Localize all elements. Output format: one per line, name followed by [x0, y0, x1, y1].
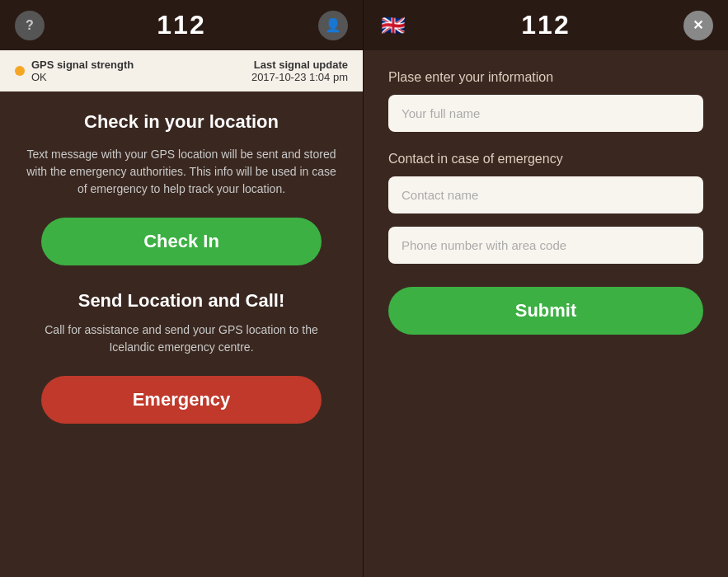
submit-button[interactable]: Submit	[388, 287, 703, 335]
gps-signal-label: GPS signal strength	[31, 59, 134, 71]
check-in-button[interactable]: Check In	[41, 218, 322, 265]
check-in-description: Text message with your GPS location will…	[25, 146, 338, 198]
help-icon: ?	[26, 18, 34, 33]
gps-update: Last signal update 2017-10-23 1:04 pm	[251, 59, 348, 83]
gps-signal-value: OK	[31, 71, 134, 83]
emergency-contact-label: Contact in case of emergency	[388, 152, 703, 167]
right-content: Plase enter your information Contact in …	[364, 50, 728, 577]
right-title: 112	[521, 10, 570, 40]
flag-icon: 🇬🇧	[378, 11, 408, 40]
full-name-input[interactable]	[388, 95, 703, 132]
profile-button[interactable]: 👤	[318, 11, 348, 40]
help-button[interactable]: ?	[15, 11, 45, 40]
emergency-title: Send Location and Call!	[78, 290, 285, 312]
profile-icon: 👤	[325, 17, 341, 33]
left-header: ? 112 👤	[0, 0, 363, 50]
gps-update-label: Last signal update	[251, 59, 348, 71]
left-title: 112	[157, 10, 205, 40]
close-button[interactable]: ✕	[683, 11, 713, 40]
contact-name-input[interactable]	[388, 176, 703, 213]
gps-bar: GPS signal strength OK Last signal updat…	[0, 50, 363, 91]
emergency-button[interactable]: Emergency	[41, 376, 322, 424]
left-panel: ? 112 👤 GPS signal strength OK Last sign…	[0, 0, 364, 577]
form-intro-label: Plase enter your information	[388, 70, 703, 85]
gps-update-value: 2017-10-23 1:04 pm	[251, 71, 348, 83]
right-panel: 🇬🇧 112 ✕ Plase enter your information Co…	[364, 0, 728, 577]
check-in-title: Check in your location	[84, 111, 279, 133]
left-content: Check in your location Text message with…	[0, 91, 363, 577]
gps-dot-icon	[15, 66, 25, 76]
emergency-description: Call for assistance and send your GPS lo…	[25, 321, 338, 356]
close-icon: ✕	[693, 17, 703, 33]
gps-signal: GPS signal strength OK	[15, 59, 134, 83]
right-header: 🇬🇧 112 ✕	[364, 0, 728, 50]
phone-input[interactable]	[388, 227, 703, 264]
